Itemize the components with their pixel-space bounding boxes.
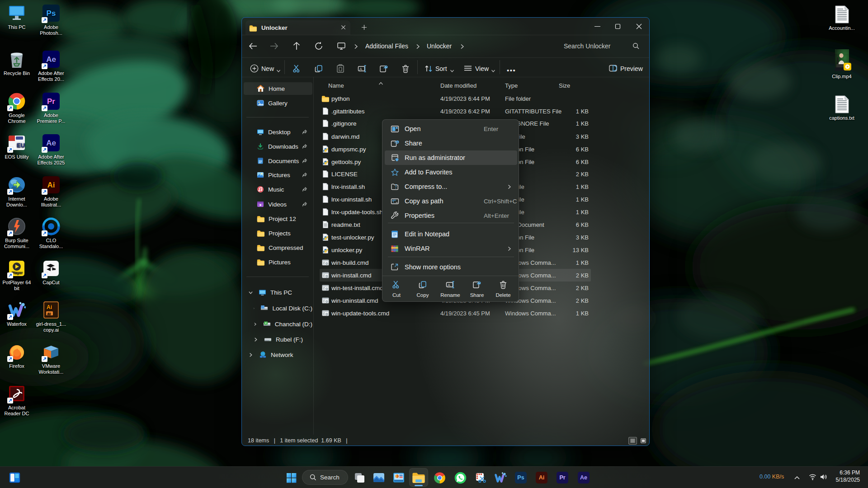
- svg-text:Ai: Ai: [47, 304, 52, 310]
- svg-text:AI: AI: [47, 312, 51, 316]
- svg-text:A: A: [359, 67, 362, 71]
- svg-text:Player: Player: [12, 271, 23, 275]
- svg-text:EU: EU: [17, 142, 25, 149]
- svg-text:A: A: [448, 283, 450, 287]
